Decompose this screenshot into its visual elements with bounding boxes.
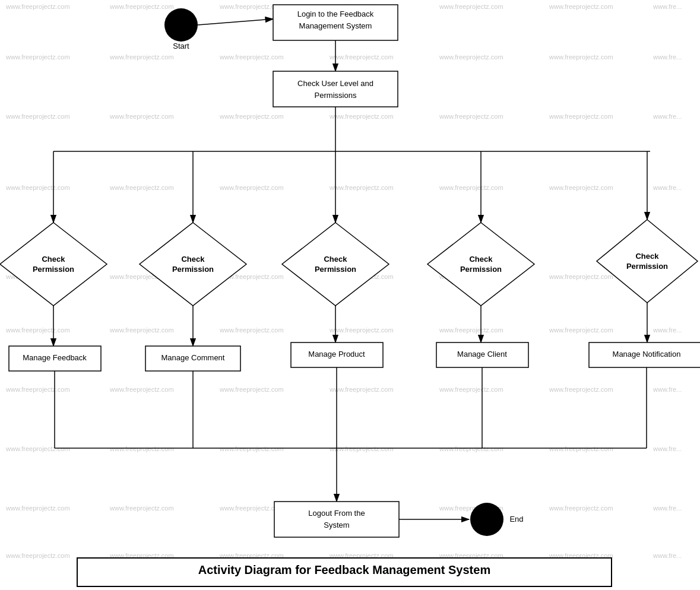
svg-text:www.freeprojectz.com: www.freeprojectz.com bbox=[219, 53, 284, 61]
diagram-container: www.freeprojectz.com www.freeprojectz.co… bbox=[0, 0, 700, 590]
svg-text:www.fre...: www.fre... bbox=[653, 53, 682, 61]
svg-text:www.freeprojectz.com: www.freeprojectz.com bbox=[5, 386, 70, 393]
svg-text:www.freeprojectz.com: www.freeprojectz.com bbox=[329, 386, 394, 393]
svg-text:www.freeprojectz.com: www.freeprojectz.com bbox=[549, 53, 613, 61]
svg-text:www.fre...: www.fre... bbox=[653, 113, 682, 120]
svg-text:www.fre...: www.fre... bbox=[653, 552, 682, 559]
check-level-text1: Check User Level and bbox=[297, 79, 373, 88]
svg-text:www.freeprojectz.com: www.freeprojectz.com bbox=[219, 386, 284, 393]
svg-text:www.freeprojectz.com: www.freeprojectz.com bbox=[329, 53, 394, 61]
svg-text:www.fre...: www.fre... bbox=[653, 184, 682, 191]
start-circle bbox=[164, 8, 198, 42]
svg-text:www.freeprojectz.com: www.freeprojectz.com bbox=[439, 113, 503, 120]
svg-text:www.freeprojectz.com: www.freeprojectz.com bbox=[5, 113, 70, 120]
diamond3 bbox=[282, 223, 389, 306]
diamond4-text1: Check bbox=[469, 255, 493, 264]
svg-text:www.freeprojectz.com: www.freeprojectz.com bbox=[109, 505, 174, 512]
end-label: End bbox=[509, 515, 523, 524]
svg-text:www.freeprojectz.com: www.freeprojectz.com bbox=[109, 386, 174, 393]
svg-text:www.freeprojectz.com: www.freeprojectz.com bbox=[5, 3, 70, 10]
svg-text:www.freeprojectz.com: www.freeprojectz.com bbox=[5, 53, 70, 61]
diamond3-text2: Permission bbox=[315, 265, 356, 274]
svg-text:www.fre...: www.fre... bbox=[653, 505, 682, 512]
svg-text:www.freeprojectz.com: www.freeprojectz.com bbox=[329, 326, 394, 334]
diamond4-text2: Permission bbox=[460, 265, 502, 274]
diagram-title: Activity Diagram for Feedback Management… bbox=[198, 563, 490, 576]
svg-text:www.freeprojectz.com: www.freeprojectz.com bbox=[219, 113, 284, 120]
svg-text:www.freeprojectz.com: www.freeprojectz.com bbox=[439, 3, 503, 10]
diamond1 bbox=[0, 223, 107, 306]
diamond3-text1: Check bbox=[324, 255, 347, 264]
svg-text:www.freeprojectz.com: www.freeprojectz.com bbox=[549, 386, 613, 393]
manage-product-text: Manage Product bbox=[308, 350, 365, 359]
diamond2-text2: Permission bbox=[172, 265, 214, 274]
check-level-box bbox=[273, 71, 398, 107]
svg-text:www.freeprojectz.com: www.freeprojectz.com bbox=[219, 445, 284, 452]
svg-text:www.freeprojectz.com: www.freeprojectz.com bbox=[439, 386, 503, 393]
start-label: Start bbox=[173, 42, 189, 50]
diamond4 bbox=[427, 223, 534, 306]
svg-text:www.freeprojectz.com: www.freeprojectz.com bbox=[109, 3, 174, 10]
svg-line-70 bbox=[198, 19, 273, 25]
svg-text:www.freeprojectz.com: www.freeprojectz.com bbox=[549, 505, 613, 512]
login-text-line2: Management System bbox=[299, 21, 372, 30]
logout-box bbox=[274, 502, 399, 537]
svg-text:www.freeprojectz.com: www.freeprojectz.com bbox=[549, 184, 613, 191]
login-text-line1: Login to the Feedback bbox=[297, 9, 374, 18]
svg-text:www.freeprojectz.com: www.freeprojectz.com bbox=[219, 184, 284, 191]
svg-text:www.freeprojectz.com: www.freeprojectz.com bbox=[329, 184, 394, 191]
svg-text:www.freeprojectz.com: www.freeprojectz.com bbox=[549, 326, 613, 334]
svg-text:www.freeprojectz.com: www.freeprojectz.com bbox=[109, 53, 174, 61]
svg-text:www.freeprojectz.com: www.freeprojectz.com bbox=[439, 445, 503, 452]
svg-text:www.freeprojectz.com: www.freeprojectz.com bbox=[109, 113, 174, 120]
svg-text:www.freeprojectz.com: www.freeprojectz.com bbox=[549, 445, 613, 452]
logout-text2: System bbox=[324, 521, 349, 529]
logout-text1: Logout From the bbox=[308, 509, 365, 518]
svg-text:www.freeprojectz.com: www.freeprojectz.com bbox=[5, 184, 70, 191]
svg-text:www.freeprojectz.com: www.freeprojectz.com bbox=[109, 184, 174, 191]
svg-text:www.freeprojectz.com: www.freeprojectz.com bbox=[5, 505, 70, 512]
manage-client-text: Manage Client bbox=[457, 350, 507, 359]
svg-text:www.freeprojectz.com: www.freeprojectz.com bbox=[549, 113, 613, 120]
svg-text:www.fre...: www.fre... bbox=[653, 445, 682, 452]
diamond1-text1: Check bbox=[42, 255, 65, 264]
svg-text:www.freeprojectz.com: www.freeprojectz.com bbox=[549, 273, 613, 280]
svg-text:www.freeprojectz.com: www.freeprojectz.com bbox=[219, 326, 284, 334]
svg-text:www.freeprojectz.com: www.freeprojectz.com bbox=[329, 445, 394, 452]
svg-text:www.freeprojectz.com: www.freeprojectz.com bbox=[439, 53, 503, 61]
svg-text:www.freeprojectz.com: www.freeprojectz.com bbox=[549, 3, 613, 10]
manage-notification-text: Manage Notification bbox=[613, 350, 681, 359]
manage-comment-text: Manage Comment bbox=[161, 353, 225, 362]
diamond1-text2: Permission bbox=[33, 265, 74, 274]
diamond5-text1: Check bbox=[635, 252, 659, 261]
end-circle bbox=[470, 503, 503, 536]
svg-text:www.freeprojectz.com: www.freeprojectz.com bbox=[109, 445, 174, 452]
svg-text:www.freeprojectz.com: www.freeprojectz.com bbox=[5, 326, 70, 334]
svg-text:www.freeprojectz.com: www.freeprojectz.com bbox=[329, 113, 394, 120]
check-level-text2: Permissions bbox=[315, 91, 357, 100]
manage-feedback-text: Manage Feedback bbox=[23, 353, 87, 362]
diamond2-text1: Check bbox=[181, 255, 205, 264]
svg-text:www.fre...: www.fre... bbox=[653, 3, 682, 10]
svg-text:www.fre...: www.fre... bbox=[653, 326, 682, 334]
svg-text:www.freeprojectz.com: www.freeprojectz.com bbox=[109, 326, 174, 334]
svg-text:www.freeprojectz.com: www.freeprojectz.com bbox=[439, 326, 503, 334]
svg-text:www.freeprojectz.com: www.freeprojectz.com bbox=[439, 184, 503, 191]
diamond5 bbox=[597, 220, 698, 303]
svg-text:www.freeprojectz.com: www.freeprojectz.com bbox=[5, 552, 70, 559]
svg-text:www.freeprojectz.com: www.freeprojectz.com bbox=[5, 445, 70, 452]
svg-text:www.fre...: www.fre... bbox=[653, 386, 682, 393]
diamond2 bbox=[140, 223, 246, 306]
diamond5-text2: Permission bbox=[626, 262, 668, 271]
